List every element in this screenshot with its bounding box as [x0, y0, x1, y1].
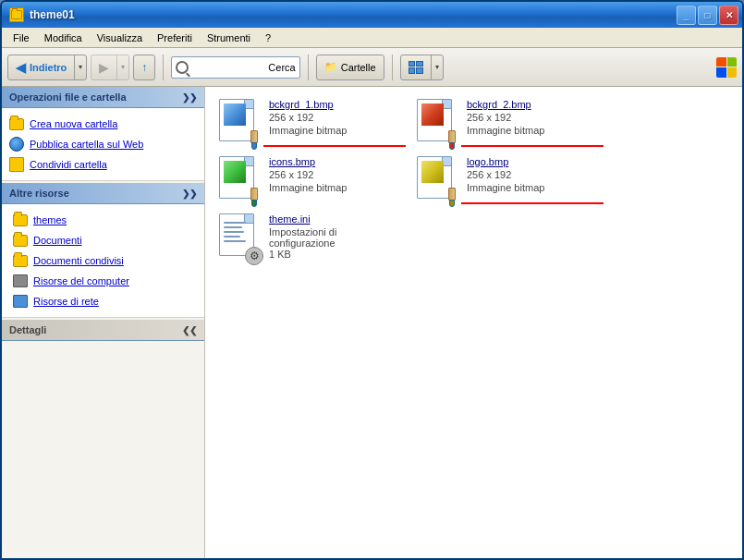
- file-item-logo[interactable]: logo.bmp 256 x 192 Immagine bitmap: [410, 152, 604, 205]
- brush-icon-icons: [245, 188, 263, 208]
- up-button-main[interactable]: ↑: [134, 55, 154, 79]
- window: theme01 _ □ ✕ File Modifica Visualizza P…: [0, 0, 744, 560]
- brush-handle-icons: [250, 188, 258, 201]
- share-label: Condividi cartella: [30, 159, 107, 170]
- doc-thumbnail-bckgrd2: [421, 103, 444, 126]
- theme-ini-name: theme.ini: [269, 213, 400, 225]
- menu-help[interactable]: ?: [258, 30, 278, 45]
- title-bar-left: theme01: [9, 7, 75, 22]
- bckgrd1-info: bckgrd_1.bmp 256 x 192 Immagine bitmap: [269, 99, 400, 136]
- forward-dropdown-arrow[interactable]: ▾: [117, 55, 128, 79]
- up-icon: ↑: [141, 61, 147, 74]
- brush-icon-bckgrd1: [245, 130, 263, 151]
- publish-icon: [9, 137, 24, 152]
- share-folder-icon: [9, 157, 24, 172]
- minimize-button[interactable]: _: [677, 6, 696, 25]
- panel-item-share[interactable]: Condividi cartella: [6, 154, 201, 175]
- forward-button[interactable]: ▶ ▾: [91, 55, 129, 80]
- operations-section: Operazioni file e cartella ❯❯ Crea nuova…: [2, 87, 204, 181]
- back-dropdown-arrow[interactable]: ▾: [75, 55, 86, 79]
- operations-header-text: Operazioni file e cartella: [9, 91, 127, 103]
- panel-item-documenti[interactable]: Documenti: [9, 230, 197, 250]
- operations-content: Crea nuova cartella Pubblica cartella su…: [2, 108, 204, 181]
- menu-strumenti[interactable]: Strumenti: [200, 30, 258, 45]
- close-button[interactable]: ✕: [719, 6, 738, 25]
- network-icon: [13, 295, 28, 308]
- brush-icon-logo: [443, 188, 461, 208]
- bckgrd1-dimensions: 256 x 192: [269, 112, 400, 123]
- share-icon: [9, 157, 24, 172]
- panel-item-documenti-condivisi[interactable]: Documenti condivisi: [9, 250, 197, 271]
- back-button-main[interactable]: ◀ Indietro: [8, 55, 75, 79]
- search-input[interactable]: [191, 62, 265, 73]
- view-cell-2: [416, 61, 423, 67]
- forward-icon: ▶: [99, 60, 109, 75]
- themes-label: themes: [33, 214, 67, 225]
- risorse-computer-icon: [13, 274, 28, 288]
- file-grid: bckgrd_1.bmp 256 x 192 Immagine bitmap: [213, 94, 735, 264]
- doc-thumbnail-icons: [224, 161, 246, 183]
- menu-file[interactable]: File: [6, 30, 37, 45]
- toolbar-divider-1: [163, 55, 164, 80]
- ini-icon: ⚙: [219, 213, 260, 262]
- menu-visualizza[interactable]: Visualizza: [90, 30, 150, 45]
- details-expand-icon: ❮❮: [182, 325, 197, 335]
- view-button[interactable]: ▾: [400, 55, 444, 80]
- forward-button-main[interactable]: ▶: [91, 55, 117, 79]
- maximize-button[interactable]: □: [698, 6, 717, 25]
- bckgrd2-name: bckgrd_2.bmp: [467, 99, 598, 110]
- panel-item-risorse-rete[interactable]: Risorse di rete: [9, 291, 197, 311]
- folder-icon-themes: [13, 214, 28, 226]
- file-item-theme-ini[interactable]: ⚙ theme.ini Impostazioni di configurazio…: [213, 209, 407, 264]
- other-header-text: Altre risorse: [9, 188, 69, 199]
- search-icon: [176, 61, 189, 74]
- search-box[interactable]: Cerca: [171, 56, 299, 79]
- new-folder-icon: [9, 116, 24, 131]
- folder-icon-condivisi: [13, 255, 28, 267]
- panel-item-risorse-computer[interactable]: Risorse del computer: [9, 271, 197, 291]
- file-item-bckgrd1[interactable]: bckgrd_1.bmp 256 x 192 Immagine bitmap: [213, 94, 407, 148]
- logo-name: logo.bmp: [467, 156, 598, 167]
- folders-label: Cartelle: [341, 62, 376, 73]
- view-button-main[interactable]: [401, 55, 432, 79]
- bmp-icon-logo: [417, 156, 457, 204]
- view-cell-3: [409, 67, 416, 74]
- main-content: Operazioni file e cartella ❯❯ Crea nuova…: [2, 87, 742, 558]
- details-header-text: Dettagli: [9, 324, 46, 335]
- documenti-label: Documenti: [33, 235, 82, 246]
- window-title: theme01: [30, 8, 75, 21]
- xp-logo: [716, 57, 737, 78]
- menu-modifica[interactable]: Modifica: [37, 30, 90, 45]
- operations-header[interactable]: Operazioni file e cartella ❯❯: [2, 87, 204, 108]
- risorse-computer-label: Risorse del computer: [33, 275, 129, 286]
- left-panel: Operazioni file e cartella ❯❯ Crea nuova…: [2, 87, 205, 558]
- up-button[interactable]: ↑: [133, 55, 155, 80]
- panel-item-new-folder[interactable]: Crea nuova cartella: [6, 114, 201, 134]
- file-item-icons[interactable]: icons.bmp 256 x 192 Immagine bitmap: [213, 152, 407, 205]
- other-collapse-icon: ❯❯: [182, 189, 197, 199]
- documenti-condivisi-label: Documenti condivisi: [33, 255, 124, 266]
- icons-name: icons.bmp: [269, 156, 400, 167]
- folder-icon-documenti: [13, 235, 28, 247]
- panel-item-publish[interactable]: Pubblica cartella sul Web: [6, 134, 201, 154]
- doc-thumbnail-logo: [421, 161, 444, 183]
- other-header[interactable]: Altre risorse ❯❯: [2, 183, 204, 204]
- view-dropdown-arrow[interactable]: ▾: [432, 55, 443, 79]
- folders-button[interactable]: 📁 Cartelle: [316, 55, 384, 80]
- bckgrd1-underline: [263, 145, 406, 147]
- bmp-icon-bckgrd2: [417, 99, 457, 147]
- back-arrow-icon: ▾: [79, 63, 82, 71]
- menu-preferiti[interactable]: Preferiti: [150, 30, 200, 45]
- gear-badge: ⚙: [245, 247, 263, 265]
- details-header[interactable]: Dettagli ❮❮: [2, 320, 204, 341]
- brush-handle-logo: [448, 188, 456, 201]
- toolbar-divider-3: [392, 55, 393, 80]
- brush-tip-bckgrd2: [449, 142, 455, 150]
- file-item-bckgrd2[interactable]: bckgrd_2.bmp 256 x 192 Immagine bitmap: [410, 94, 604, 148]
- bckgrd1-type: Immagine bitmap: [269, 125, 400, 136]
- brush-handle-bckgrd1: [250, 130, 258, 143]
- back-button[interactable]: ◀ Indietro ▾: [7, 55, 87, 80]
- icons-type: Immagine bitmap: [269, 182, 400, 193]
- window-icon: [9, 7, 24, 22]
- panel-item-themes[interactable]: themes: [9, 210, 197, 230]
